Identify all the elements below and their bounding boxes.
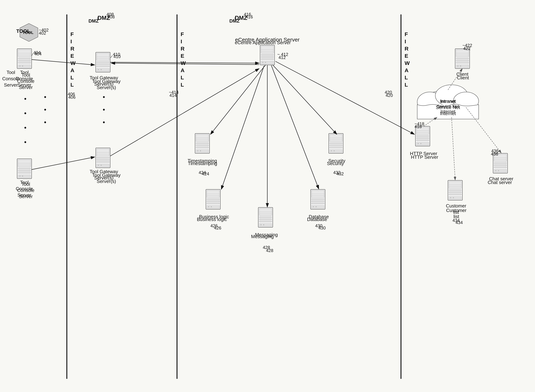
svg-text:•: • <box>44 106 46 113</box>
svg-text:E: E <box>405 53 408 59</box>
ref-402: 402 <box>39 31 46 36</box>
svg-text:•: • <box>24 124 27 131</box>
ref-428: 428 <box>266 248 273 253</box>
dmz1-label: DMZ <box>89 18 99 24</box>
ref-416: 416 <box>246 14 253 19</box>
ref-406: 406 <box>68 95 76 100</box>
http-server-label: HTTP Server <box>411 154 438 160</box>
svg-text:F: F <box>181 31 184 37</box>
svg-text:Tool: Tool <box>6 70 15 75</box>
tool-label: TOOL <box>16 28 30 34</box>
svg-text:•: • <box>24 95 27 103</box>
svg-text:I: I <box>405 38 406 44</box>
ref-412: 412 <box>278 55 286 60</box>
ecentre-server-label: eCentre Application Server <box>222 40 303 46</box>
svg-text:•: • <box>24 138 27 146</box>
svg-text:W: W <box>181 60 186 66</box>
database-label: Database <box>307 216 327 223</box>
diagram-container: F I R E W A L L F I R E W A L L F I R E … <box>0 0 535 392</box>
ref-408: 408 <box>107 14 115 19</box>
ref-432: 432 <box>336 171 344 177</box>
svg-text:L: L <box>181 82 184 88</box>
tool-console-server-2-label: ToolConsoleServer <box>17 181 34 200</box>
svg-text:W: W <box>405 60 410 66</box>
ref-420: 420 <box>386 93 393 98</box>
svg-text:Server: Server <box>4 82 18 88</box>
customer-list-label: Customerlist <box>446 207 467 220</box>
svg-text:A: A <box>405 67 409 73</box>
svg-text:L: L <box>405 75 408 80</box>
ref-436: 436 <box>491 152 498 157</box>
svg-text:A: A <box>71 67 74 73</box>
timestamping-label: Timestamping <box>188 161 217 167</box>
business-logic-label: Business logic <box>197 216 227 223</box>
dmz2-label: DMZ <box>229 18 239 24</box>
client-label: Client <box>457 75 469 81</box>
svg-text:F: F <box>71 31 74 37</box>
tool-gateway-server-2-label: Tool GatewayServer(s) <box>92 172 121 185</box>
svg-text:A: A <box>181 67 185 73</box>
svg-text:F: F <box>405 31 408 37</box>
security-label: Security <box>327 161 344 167</box>
ref-426: 426 <box>214 225 221 231</box>
svg-text:•: • <box>103 118 105 126</box>
tool-console-server-1-label: ToolConsoleServer <box>17 72 34 90</box>
tool-gateway-server-1-label: Tool GatewayServer(s) <box>92 79 121 91</box>
ref-434: 434 <box>455 220 463 225</box>
svg-text:E: E <box>181 53 184 59</box>
svg-text:•: • <box>44 93 46 101</box>
svg-text:E: E <box>71 53 74 59</box>
svg-text:L: L <box>71 82 74 88</box>
svg-text:•: • <box>103 93 105 101</box>
ref-422: 422 <box>463 46 471 51</box>
intranet-label: IntranetService NetInternet <box>426 98 470 117</box>
svg-text:•: • <box>24 109 27 117</box>
ref-430: 430 <box>318 225 326 231</box>
messaging-label: Messaging <box>251 234 274 240</box>
ref-404: 404 <box>34 51 42 56</box>
svg-text:•: • <box>103 106 105 113</box>
svg-text:•: • <box>44 118 46 126</box>
ref-424: 424 <box>202 171 209 177</box>
svg-text:L: L <box>405 82 408 88</box>
svg-text:R: R <box>71 46 74 51</box>
ref-418: 418 <box>415 124 422 129</box>
svg-text:R: R <box>181 46 185 51</box>
svg-text:L: L <box>71 75 74 80</box>
ref-414: 414 <box>169 93 177 98</box>
ref-410: 410 <box>113 54 121 59</box>
svg-text:R: R <box>405 46 409 51</box>
svg-text:I: I <box>71 38 72 44</box>
diagram-svg: F I R E W A L L F I R E W A L L F I R E … <box>0 0 535 392</box>
svg-text:L: L <box>181 75 184 80</box>
chat-server-label: Chat server <box>488 179 512 186</box>
svg-text:I: I <box>181 38 182 44</box>
